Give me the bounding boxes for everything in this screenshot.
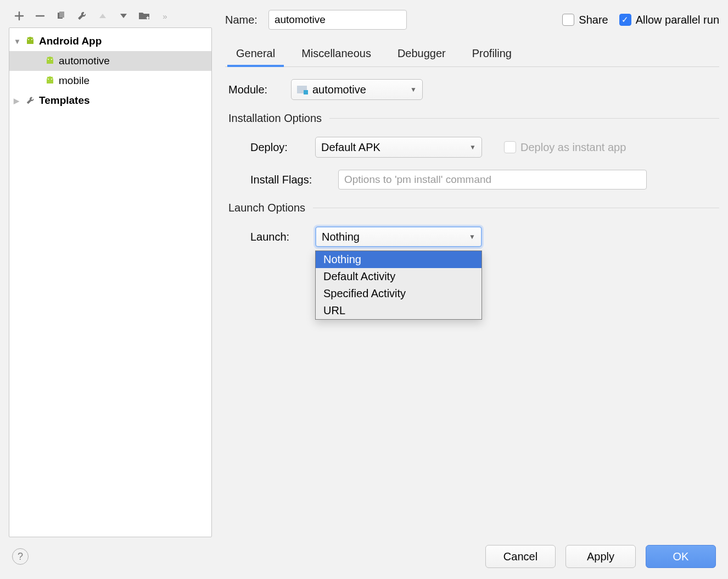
svg-point-10 xyxy=(48,79,49,80)
apply-button[interactable]: Apply xyxy=(565,545,636,568)
ok-button[interactable]: OK xyxy=(646,545,716,568)
android-icon xyxy=(25,37,36,46)
checkbox-icon xyxy=(562,14,574,26)
share-label: Share xyxy=(579,14,608,26)
svg-point-2 xyxy=(28,39,29,40)
launch-option-url[interactable]: URL xyxy=(316,302,481,319)
launch-section-title: Launch Options xyxy=(228,202,305,214)
folder-add-icon[interactable] xyxy=(138,10,150,22)
svg-point-7 xyxy=(51,59,52,60)
deploy-instant-checkbox: Deploy as instant app xyxy=(504,141,626,154)
divider xyxy=(313,208,719,208)
name-input[interactable] xyxy=(268,10,407,30)
cancel-button[interactable]: Cancel xyxy=(485,545,556,568)
tree-node-templates[interactable]: ▶ Templates xyxy=(9,91,211,110)
wrench-icon xyxy=(25,96,36,105)
tab-debugger[interactable]: Debugger xyxy=(396,43,447,66)
module-select[interactable]: automotive ▼ xyxy=(291,79,423,100)
install-section-title: Installation Options xyxy=(228,112,322,125)
tab-miscellaneous[interactable]: Miscellaneous xyxy=(300,43,372,66)
chevron-down-icon[interactable]: ▼ xyxy=(14,37,21,46)
launch-select[interactable]: Nothing ▼ xyxy=(315,226,482,247)
tree-node-android-app[interactable]: ▼ Android App xyxy=(9,31,211,51)
tree-node-label: automotive xyxy=(59,55,110,67)
name-label: Name: xyxy=(225,14,257,26)
module-value: automotive xyxy=(312,83,366,96)
tree-node-label: mobile xyxy=(59,75,89,87)
sidebar: » ▼ Android App automotive xyxy=(9,7,212,537)
deploy-instant-label: Deploy as instant app xyxy=(520,141,626,154)
dialog-footer: ? Cancel Apply OK xyxy=(0,537,728,579)
checkbox-icon xyxy=(504,141,516,153)
share-checkbox[interactable]: Share xyxy=(562,14,608,26)
config-tree: ▼ Android App automotive mobi xyxy=(9,27,212,537)
remove-icon[interactable] xyxy=(34,10,46,22)
install-flags-input[interactable] xyxy=(338,170,647,190)
launch-option-nothing[interactable]: Nothing xyxy=(316,251,481,268)
divider xyxy=(329,118,719,119)
module-icon xyxy=(297,86,307,93)
copy-icon[interactable] xyxy=(55,10,67,22)
tree-node-mobile[interactable]: mobile xyxy=(9,71,211,91)
deploy-value: Default APK xyxy=(321,141,380,154)
allow-parallel-checkbox[interactable]: ✓ Allow parallel run xyxy=(619,14,719,26)
chevron-down-icon: ▼ xyxy=(410,86,417,93)
launch-option-specified-activity[interactable]: Specified Activity xyxy=(316,285,481,302)
svg-rect-1 xyxy=(59,12,64,18)
android-icon xyxy=(44,57,55,65)
chevron-down-icon: ▼ xyxy=(469,233,475,241)
launch-value: Nothing xyxy=(322,231,360,243)
config-panel: Name: Share ✓ Allow parallel run General… xyxy=(225,7,719,537)
more-icon[interactable]: » xyxy=(159,10,171,22)
svg-point-3 xyxy=(31,39,32,40)
add-icon[interactable] xyxy=(13,10,25,22)
svg-point-6 xyxy=(48,59,49,60)
deploy-select[interactable]: Default APK ▼ xyxy=(315,137,482,158)
tree-node-label: Templates xyxy=(39,94,90,107)
launch-label: Launch: xyxy=(250,231,303,243)
checkbox-checked-icon: ✓ xyxy=(619,14,631,26)
chevron-down-icon: ▼ xyxy=(469,143,476,151)
tab-bar: General Miscellaneous Debugger Profiling xyxy=(225,43,719,67)
tree-node-label: Android App xyxy=(39,35,102,47)
move-up-icon xyxy=(97,10,109,22)
tab-general[interactable]: General xyxy=(235,43,276,66)
android-icon xyxy=(44,76,55,85)
tree-node-automotive[interactable]: automotive xyxy=(9,51,211,71)
deploy-label: Deploy: xyxy=(250,141,303,154)
launch-dropdown: Nothing Default Activity Specified Activ… xyxy=(315,250,482,320)
allow-parallel-label: Allow parallel run xyxy=(636,14,719,26)
module-label: Module: xyxy=(228,83,279,96)
move-down-icon[interactable] xyxy=(117,10,130,22)
launch-option-default-activity[interactable]: Default Activity xyxy=(316,268,481,285)
chevron-right-icon[interactable]: ▶ xyxy=(14,97,21,105)
svg-point-11 xyxy=(51,79,52,80)
wrench-icon[interactable] xyxy=(76,10,88,22)
install-flags-label: Install Flags: xyxy=(250,174,326,186)
help-icon[interactable]: ? xyxy=(12,548,29,565)
sidebar-toolbar: » xyxy=(9,7,212,27)
tab-profiling[interactable]: Profiling xyxy=(471,43,513,66)
